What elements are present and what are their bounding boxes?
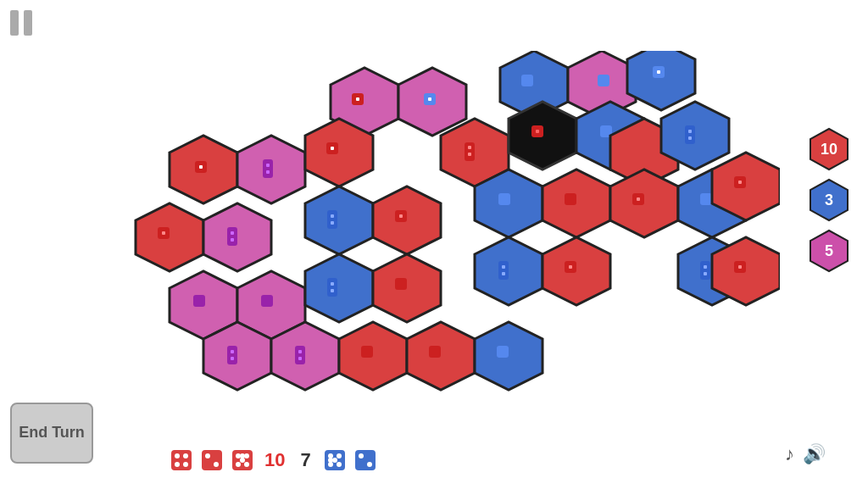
svg-marker-53	[542, 169, 610, 237]
svg-rect-74	[498, 261, 509, 280]
red-score-hex: 10	[807, 127, 851, 171]
volume-icon[interactable]: 🔊	[803, 443, 826, 465]
svg-rect-17	[263, 159, 273, 178]
red-score-value: 10	[821, 141, 837, 158]
svg-rect-42	[231, 231, 234, 235]
blue-score-value: 3	[825, 192, 833, 209]
svg-rect-90	[231, 357, 234, 360]
svg-rect-92	[295, 346, 305, 364]
blue-score-hex: 3	[807, 178, 851, 222]
svg-marker-99	[475, 322, 542, 390]
svg-marker-71	[373, 254, 441, 322]
svg-rect-47	[331, 221, 334, 225]
svg-rect-5	[428, 97, 431, 101]
svg-rect-98	[429, 346, 441, 358]
svg-point-115	[236, 462, 241, 467]
blue-die-2	[353, 448, 377, 472]
music-icon[interactable]: ♪	[785, 443, 794, 465]
svg-marker-97	[407, 322, 475, 390]
end-turn-button[interactable]: End Turn	[10, 403, 93, 464]
svg-rect-126	[355, 450, 376, 470]
svg-point-111	[214, 462, 219, 467]
svg-rect-83	[704, 272, 707, 275]
svg-rect-7	[521, 75, 533, 86]
svg-rect-93	[298, 350, 302, 353]
svg-marker-10	[627, 51, 695, 110]
svg-point-118	[240, 453, 245, 458]
end-turn-label: End Turn	[19, 424, 85, 442]
svg-point-116	[244, 462, 249, 467]
svg-rect-22	[331, 147, 334, 150]
red-die-2	[200, 448, 224, 472]
svg-rect-9	[598, 75, 609, 86]
svg-rect-35	[688, 130, 692, 133]
sound-controls[interactable]: ♪ 🔊	[785, 443, 826, 465]
red-die-3	[231, 448, 254, 472]
svg-rect-29	[536, 130, 539, 133]
svg-rect-66	[261, 295, 273, 307]
blue-die-1	[323, 448, 347, 472]
svg-rect-12	[657, 70, 660, 74]
svg-rect-86	[738, 265, 742, 269]
pink-score-hex: 5	[807, 229, 851, 273]
svg-rect-88	[227, 346, 237, 364]
svg-rect-79	[569, 265, 572, 269]
pause-bar-right	[24, 10, 32, 36]
svg-point-105	[175, 453, 180, 458]
svg-point-125	[328, 458, 333, 463]
svg-marker-44	[305, 186, 373, 254]
svg-point-123	[337, 462, 342, 467]
svg-rect-94	[298, 357, 302, 360]
svg-rect-68	[327, 278, 337, 297]
svg-point-106	[183, 453, 188, 458]
svg-point-108	[183, 462, 188, 467]
svg-marker-55	[610, 169, 678, 237]
score-panel: 10 3 5	[807, 127, 851, 273]
svg-rect-45	[327, 210, 337, 229]
svg-rect-72	[395, 278, 407, 290]
svg-rect-18	[266, 164, 270, 167]
svg-rect-52	[498, 193, 510, 205]
svg-rect-76	[502, 272, 505, 275]
svg-rect-89	[231, 350, 234, 353]
svg-point-121	[337, 453, 342, 458]
svg-rect-81	[700, 261, 710, 280]
svg-rect-19	[266, 170, 270, 174]
red-total: 10	[264, 449, 285, 471]
svg-rect-25	[468, 146, 471, 149]
svg-rect-59	[700, 193, 712, 205]
svg-rect-82	[704, 265, 707, 269]
pause-button[interactable]	[10, 10, 32, 36]
svg-point-128	[367, 462, 372, 467]
svg-point-110	[205, 453, 210, 458]
svg-rect-15	[199, 165, 203, 169]
svg-rect-50	[399, 214, 403, 218]
svg-rect-96	[361, 346, 373, 358]
svg-marker-67	[305, 254, 373, 322]
svg-rect-24	[465, 142, 475, 161]
svg-marker-37	[136, 203, 203, 271]
svg-rect-62	[738, 181, 742, 184]
svg-rect-41	[227, 227, 237, 246]
pink-score-value: 5	[825, 242, 833, 260]
svg-marker-95	[339, 322, 407, 390]
separator: 7	[300, 449, 310, 471]
svg-rect-70	[331, 289, 334, 292]
svg-rect-64	[193, 295, 205, 307]
svg-rect-46	[331, 214, 334, 218]
svg-rect-69	[331, 282, 334, 286]
svg-rect-26	[468, 153, 471, 156]
svg-rect-39	[162, 231, 165, 235]
red-die-1	[170, 448, 193, 472]
svg-rect-104	[171, 450, 192, 470]
svg-marker-48	[373, 186, 441, 254]
svg-rect-100	[497, 346, 509, 358]
svg-rect-43	[231, 238, 234, 242]
svg-rect-54	[565, 193, 576, 205]
pause-bar-left	[10, 10, 19, 36]
svg-rect-109	[202, 450, 222, 470]
svg-rect-57	[637, 197, 640, 201]
svg-rect-2	[356, 97, 359, 101]
status-bar: 10 7	[170, 448, 783, 472]
svg-rect-75	[502, 265, 505, 269]
